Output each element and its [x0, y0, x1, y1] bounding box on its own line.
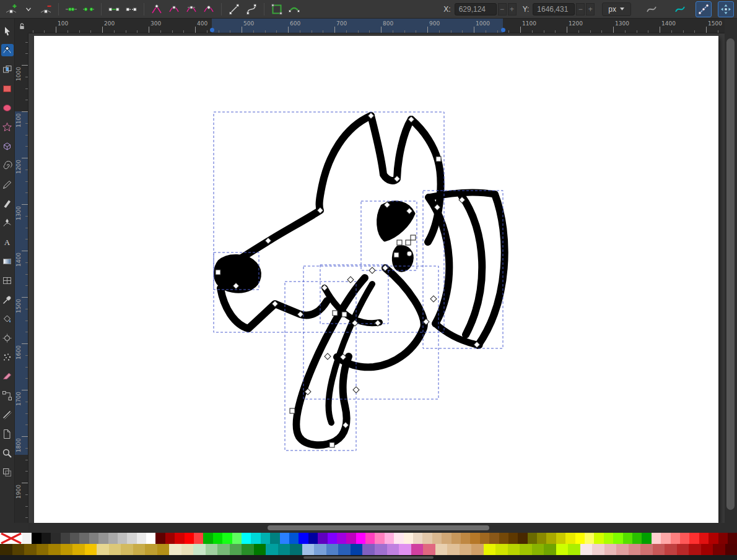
auto-node-button[interactable]	[201, 1, 217, 17]
palette-swatch[interactable]	[699, 533, 709, 544]
palette-swatch[interactable]	[157, 544, 170, 555]
corner-node-button[interactable]	[149, 1, 165, 17]
palette-swatch[interactable]	[51, 533, 60, 544]
palette-swatch[interactable]	[22, 533, 32, 544]
tool-document[interactable]	[1, 428, 14, 440]
palette-swatch[interactable]	[98, 533, 108, 544]
palette-swatch[interactable]	[318, 533, 327, 544]
palette-swatch[interactable]	[520, 544, 532, 555]
palette-swatch[interactable]	[653, 544, 665, 555]
palette-swatch[interactable]	[546, 533, 556, 544]
vertical-ruler[interactable]: 1000110012001300140015001600170018001900	[15, 33, 28, 523]
palette-swatch[interactable]	[518, 533, 527, 544]
palette-swatch[interactable]	[508, 533, 518, 544]
segment-to-curve-button[interactable]	[243, 1, 259, 17]
path-node-circle[interactable]	[407, 251, 412, 256]
delete-node-button[interactable]	[38, 1, 54, 17]
palette-scrollbar-thumb[interactable]	[303, 556, 434, 559]
palette-swatch[interactable]	[447, 544, 460, 555]
palette-swatch[interactable]	[671, 533, 680, 544]
palette-swatch[interactable]	[108, 533, 118, 544]
palette-swatch[interactable]	[568, 544, 580, 555]
palette-swatch[interactable]	[701, 544, 713, 555]
palette-swatch[interactable]	[604, 533, 613, 544]
palette-swatch[interactable]	[718, 533, 728, 544]
palette-swatch[interactable]	[193, 544, 206, 555]
horizontal-ruler[interactable]: 1002003004005006007008009001000110012001…	[28, 19, 725, 33]
path-node-square[interactable]	[436, 157, 441, 162]
palette-swatch[interactable]	[489, 533, 499, 544]
palette-swatch[interactable]	[181, 544, 194, 555]
palette-swatch[interactable]	[575, 533, 585, 544]
path-node-diamond[interactable]	[325, 353, 331, 360]
palette-swatch[interactable]	[232, 533, 242, 544]
tool-text[interactable]: A	[1, 236, 14, 248]
palette-swatch[interactable]	[642, 533, 651, 544]
palette-swatch[interactable]	[652, 533, 661, 544]
palette-swatch[interactable]	[251, 533, 260, 544]
tool-gradient[interactable]	[1, 255, 14, 267]
palette-swatch[interactable]	[72, 544, 85, 555]
palette-swatch[interactable]	[145, 544, 157, 555]
tool-eraser[interactable]	[1, 370, 14, 382]
palette-swatch[interactable]	[270, 533, 279, 544]
smooth-node-button[interactable]	[166, 1, 182, 17]
object-to-path-button[interactable]	[269, 1, 285, 17]
palette-swatch[interactable]	[146, 533, 155, 544]
palette-swatch[interactable]	[689, 544, 701, 555]
palette-scrollbar[interactable]	[0, 555, 737, 560]
palette-swatch[interactable]	[709, 533, 718, 544]
y-increment-button[interactable]: +	[586, 3, 595, 15]
palette-swatch[interactable]	[346, 533, 355, 544]
palette-swatch[interactable]	[89, 533, 98, 544]
snap-toggle-button[interactable]	[718, 1, 734, 17]
path-segment[interactable]	[461, 196, 482, 335]
palette-swatch[interactable]	[365, 533, 375, 544]
tool-pen[interactable]	[1, 217, 14, 229]
path-node-diamond[interactable]	[369, 267, 375, 274]
palette-swatch[interactable]	[362, 544, 375, 555]
vertical-scrollbar[interactable]	[725, 33, 737, 523]
palette-swatch[interactable]	[109, 544, 121, 555]
palette-swatch[interactable]	[375, 533, 384, 544]
palette-swatch[interactable]	[127, 533, 136, 544]
palette-swatch[interactable]	[118, 533, 127, 544]
path-segment[interactable]	[371, 116, 411, 181]
tool-rectangle[interactable]	[1, 82, 14, 95]
palette-swatch[interactable]	[471, 544, 484, 555]
palette-swatch[interactable]	[217, 544, 230, 555]
palette-swatch[interactable]	[689, 533, 699, 544]
palette-swatch[interactable]	[133, 544, 146, 555]
palette-swatch[interactable]	[70, 533, 79, 544]
palette-swatch[interactable]	[356, 533, 365, 544]
palette-swatch[interactable]	[594, 533, 603, 544]
palette-swatch[interactable]	[194, 533, 203, 544]
palette-swatch[interactable]	[338, 544, 351, 555]
horizontal-scrollbar-thumb[interactable]	[268, 525, 489, 530]
join-nodes-button[interactable]	[63, 1, 79, 17]
palette-swatch[interactable]	[484, 544, 496, 555]
tool-paint-bucket[interactable]	[1, 312, 14, 325]
y-decrement-button[interactable]: −	[576, 3, 585, 15]
x-input[interactable]: 629,124	[455, 3, 497, 15]
palette-swatch[interactable]	[585, 533, 594, 544]
palette-swatch[interactable]	[544, 544, 556, 555]
palette-swatch[interactable]	[32, 533, 41, 544]
path-node-diamond[interactable]	[353, 387, 359, 393]
palette-swatch[interactable]	[461, 533, 470, 544]
palette-swatch[interactable]	[451, 533, 461, 544]
palette-swatch[interactable]	[413, 533, 422, 544]
x-decrement-button[interactable]: −	[498, 3, 507, 15]
horizontal-scrollbar[interactable]	[28, 523, 725, 533]
canvas[interactable]	[28, 33, 725, 523]
palette-swatch[interactable]	[308, 533, 318, 544]
tool-pencil[interactable]	[1, 178, 14, 191]
unit-select[interactable]: px	[602, 2, 631, 16]
palette-swatch[interactable]	[41, 533, 51, 544]
palette-swatch[interactable]	[155, 533, 165, 544]
palette-swatch[interactable]	[326, 544, 339, 555]
tool-connector[interactable]	[1, 389, 14, 402]
palette-swatch[interactable]	[280, 533, 289, 544]
palette-swatch[interactable]	[121, 544, 133, 555]
palette-swatch[interactable]	[411, 544, 424, 555]
